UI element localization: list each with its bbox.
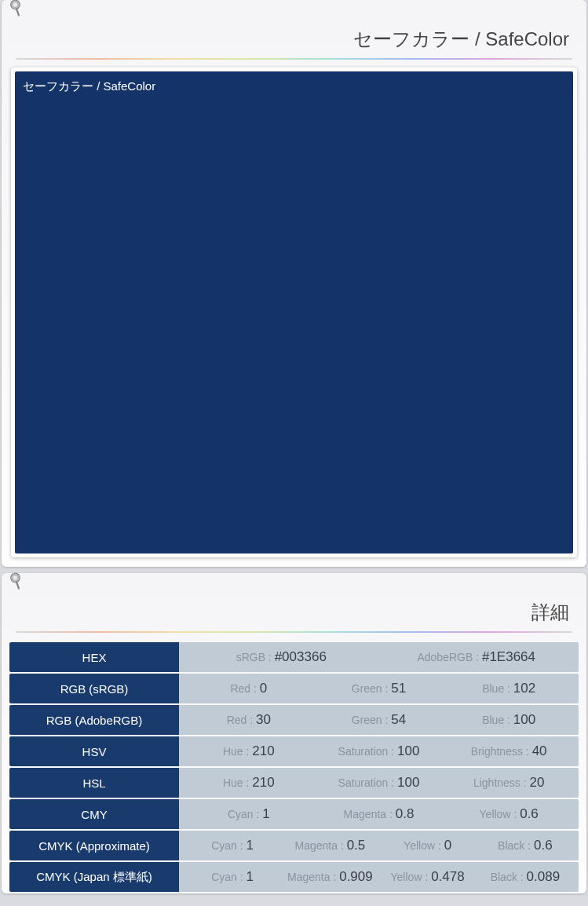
cell-value: #003366 bbox=[275, 649, 327, 664]
cell-label: Red : bbox=[230, 682, 259, 695]
data-cell: Red : 0 bbox=[184, 681, 314, 696]
table-row: CMYK (Japan 標準紙)Cyan : 1Magenta : 0.909Y… bbox=[9, 862, 579, 892]
cell-label: Green : bbox=[352, 714, 392, 726]
cell-value: 1 bbox=[247, 838, 254, 853]
cell-label: Black : bbox=[498, 839, 534, 852]
row-label: CMYK (Approximate) bbox=[9, 831, 179, 860]
data-cell: Black : 0.089 bbox=[477, 869, 574, 885]
cell-value: 100 bbox=[397, 743, 419, 758]
data-cell: Blue : 100 bbox=[444, 712, 574, 728]
row-label: HEX bbox=[9, 642, 179, 672]
data-cell: Cyan : 1 bbox=[184, 869, 281, 885]
row-label: HSL bbox=[9, 768, 179, 798]
row-label: RGB (AdobeRGB) bbox=[9, 705, 179, 735]
cell-value: 210 bbox=[252, 775, 274, 790]
rainbow-divider bbox=[16, 58, 572, 60]
cell-value: 210 bbox=[252, 743, 274, 758]
data-cell: Yellow : 0.478 bbox=[379, 869, 477, 885]
cell-label: Black : bbox=[491, 871, 527, 883]
cell-label: Saturation : bbox=[338, 776, 398, 789]
data-cell: Saturation : 100 bbox=[314, 743, 444, 759]
table-row: CMYCyan : 1Magenta : 0.8Yellow : 0.6 bbox=[9, 799, 579, 829]
data-cell: Brightness : 40 bbox=[444, 743, 574, 759]
data-cell: Green : 51 bbox=[314, 681, 444, 696]
cell-label: Blue : bbox=[482, 714, 513, 726]
data-cell: Hue : 210 bbox=[184, 775, 314, 791]
cell-value: 0 bbox=[444, 838, 451, 853]
cell-label: Yellow : bbox=[480, 808, 520, 820]
cell-value: 51 bbox=[391, 681, 406, 696]
svg-rect-4 bbox=[16, 581, 20, 590]
data-cell: Magenta : 0.5 bbox=[281, 838, 378, 853]
table-row: HSLHue : 210Saturation : 100Lightness : … bbox=[9, 768, 579, 798]
pin-icon bbox=[3, 0, 31, 22]
cell-value: 0.8 bbox=[396, 806, 415, 821]
table-row: RGB (AdobeRGB)Red : 30Green : 54Blue : 1… bbox=[9, 705, 579, 735]
cell-label: AdobeRGB : bbox=[417, 651, 482, 663]
svg-rect-1 bbox=[16, 8, 20, 16]
swatch-card: セーフカラー / SafeColor bbox=[11, 68, 577, 557]
table-row: HSVHue : 210Saturation : 100Brightness :… bbox=[9, 736, 579, 766]
cell-value: 0.089 bbox=[527, 869, 561, 884]
cell-label: Cyan : bbox=[211, 871, 246, 883]
data-cell: Green : 54 bbox=[314, 712, 444, 728]
data-cell: Yellow : 0 bbox=[379, 838, 477, 853]
row-body: Cyan : 1Magenta : 0.5Yellow : 0Black : 0… bbox=[179, 831, 579, 860]
table-row: CMYK (Approximate)Cyan : 1Magenta : 0.5Y… bbox=[9, 831, 579, 860]
panel-title: 詳細 bbox=[9, 595, 579, 631]
cell-label: sRGB : bbox=[236, 651, 275, 663]
details-table: HEXsRGB : #003366AdobeRGB : #1E3664RGB (… bbox=[9, 641, 579, 893]
data-cell: Cyan : 1 bbox=[184, 806, 314, 822]
cell-label: Magenta : bbox=[344, 808, 396, 820]
cell-label: Magenta : bbox=[294, 839, 346, 852]
row-body: Red : 0Green : 51Blue : 102 bbox=[179, 674, 579, 703]
cell-label: Magenta : bbox=[287, 871, 339, 883]
table-row: RGB (sRGB)Red : 0Green : 51Blue : 102 bbox=[9, 674, 579, 703]
data-cell: Magenta : 0.909 bbox=[281, 869, 378, 885]
color-swatch: セーフカラー / SafeColor bbox=[15, 71, 573, 553]
row-label: CMYK (Japan 標準紙) bbox=[9, 862, 179, 892]
cell-label: Yellow : bbox=[404, 839, 444, 852]
data-cell: Yellow : 0.6 bbox=[444, 806, 574, 822]
data-cell: Saturation : 100 bbox=[314, 775, 444, 791]
pin-icon bbox=[3, 567, 31, 594]
details-panel: 詳細 HEXsRGB : #003366AdobeRGB : #1E3664RG… bbox=[2, 573, 586, 893]
cell-label: Cyan : bbox=[228, 808, 262, 820]
cell-label: Hue : bbox=[223, 745, 252, 758]
cell-label: Red : bbox=[227, 714, 256, 726]
safecolor-panel: セーフカラー / SafeColor セーフカラー / SafeColor bbox=[2, 0, 586, 567]
row-body: sRGB : #003366AdobeRGB : #1E3664 bbox=[179, 642, 579, 672]
cell-value: 0.5 bbox=[347, 838, 366, 853]
cell-label: Blue : bbox=[482, 682, 513, 695]
row-body: Red : 30Green : 54Blue : 100 bbox=[179, 705, 579, 735]
cell-value: 40 bbox=[532, 743, 547, 758]
cell-value: 0.478 bbox=[431, 869, 465, 884]
data-cell: Blue : 102 bbox=[444, 681, 574, 696]
cell-label: Yellow : bbox=[391, 871, 432, 883]
cell-value: #1E3664 bbox=[482, 649, 535, 664]
row-body: Cyan : 1Magenta : 0.8Yellow : 0.6 bbox=[179, 799, 579, 829]
row-label: CMY bbox=[9, 799, 179, 829]
cell-value: 0.6 bbox=[534, 838, 553, 853]
data-cell: Black : 0.6 bbox=[477, 838, 574, 853]
data-cell: Red : 30 bbox=[184, 712, 314, 728]
cell-label: Hue : bbox=[223, 776, 252, 789]
cell-value: 20 bbox=[530, 775, 545, 790]
row-label: RGB (sRGB) bbox=[9, 674, 179, 703]
cell-value: 0 bbox=[260, 681, 267, 696]
cell-label: Green : bbox=[352, 682, 392, 695]
cell-value: 0.6 bbox=[520, 806, 539, 821]
row-body: Hue : 210Saturation : 100Lightness : 20 bbox=[179, 768, 579, 798]
cell-label: Brightness : bbox=[471, 745, 532, 758]
cell-value: 100 bbox=[397, 775, 419, 790]
cell-value: 1 bbox=[247, 869, 254, 884]
cell-label: Cyan : bbox=[211, 839, 246, 852]
data-cell: Hue : 210 bbox=[184, 743, 314, 759]
row-body: Hue : 210Saturation : 100Brightness : 40 bbox=[179, 736, 579, 766]
cell-label: Saturation : bbox=[338, 745, 398, 758]
row-label: HSV bbox=[9, 736, 179, 766]
cell-value: 54 bbox=[391, 712, 406, 727]
data-cell: Cyan : 1 bbox=[184, 838, 281, 853]
data-cell: sRGB : #003366 bbox=[184, 649, 379, 665]
cell-value: 0.909 bbox=[339, 869, 373, 884]
